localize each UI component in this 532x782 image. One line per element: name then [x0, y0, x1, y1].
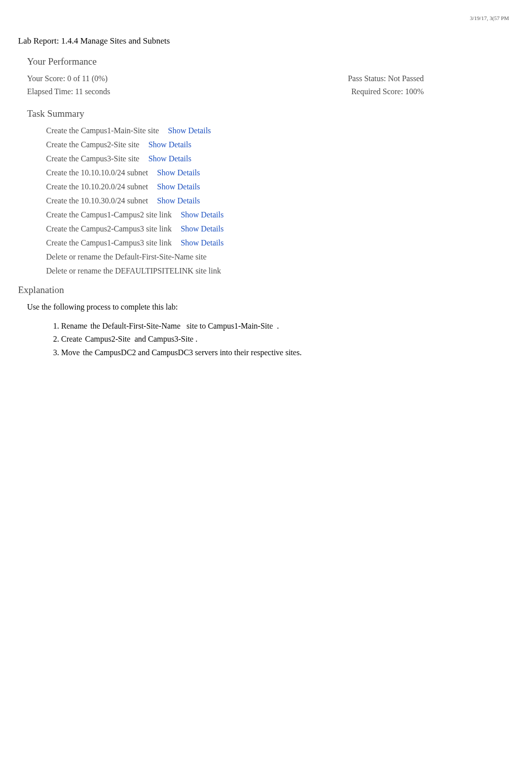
task-text: Create the 10.10.10.0/24 subnet: [46, 168, 148, 177]
performance-block: Your Score: 0 of 11 (0%) Pass Status: No…: [27, 74, 514, 96]
report-title: Lab Report: 1.4.4 Manage Sites and Subne…: [18, 36, 514, 46]
task-text: Delete or rename the DEFAULTIPSITELINK s…: [46, 267, 221, 276]
performance-heading: Your Performance: [27, 56, 514, 67]
task-text: Delete or rename the Default-First-Site-…: [46, 252, 206, 262]
explanation-steps: Rename the Default-First-Site-Name site …: [61, 321, 514, 358]
show-details-link[interactable]: Show Details: [168, 126, 211, 135]
task-text: Create the Campus2-Campus3 site link: [46, 224, 172, 233]
task-item: Create the 10.10.10.0/24 subnet Show Det…: [46, 168, 514, 177]
explanation-step: Rename the Default-First-Site-Name site …: [61, 321, 514, 332]
show-details-link[interactable]: Show Details: [181, 238, 224, 247]
elapsed-time: Elapsed Time: 11 seconds: [27, 87, 110, 96]
task-item: Create the Campus1-Campus3 site link Sho…: [46, 238, 514, 247]
show-details-link[interactable]: Show Details: [181, 210, 224, 219]
task-text: Create the Campus2-Site site: [46, 140, 139, 149]
task-item: Create the Campus2-Campus3 site link Sho…: [46, 224, 514, 233]
show-details-link[interactable]: Show Details: [157, 196, 200, 205]
task-summary-heading: Task Summary: [27, 108, 514, 119]
task-item: Create the 10.10.20.0/24 subnet Show Det…: [46, 182, 514, 191]
show-details-link[interactable]: Show Details: [181, 224, 224, 233]
task-item: Delete or rename the Default-First-Site-…: [46, 252, 514, 262]
step-action: Move: [61, 348, 82, 357]
step-body: Campus2-Site and Campus3-Site .: [85, 335, 197, 343]
show-details-link[interactable]: Show Details: [157, 182, 200, 191]
show-details-link[interactable]: Show Details: [148, 140, 191, 149]
show-details-link[interactable]: Show Details: [148, 154, 191, 163]
page-timestamp: 3/19/17, 3(57 PM: [18, 15, 514, 21]
explanation-intro: Use the following process to complete th…: [27, 303, 514, 312]
task-text: Create the Campus1-Campus3 site link: [46, 238, 172, 247]
task-text: Create the 10.10.20.0/24 subnet: [46, 182, 148, 191]
step-body: the Default-First-Site-Name site to Camp…: [90, 322, 279, 330]
explanation-heading: Explanation: [18, 285, 514, 296]
task-item: Create the Campus1-Campus2 site link Sho…: [46, 210, 514, 219]
task-text: Create the Campus1-Main-Site site: [46, 126, 159, 135]
task-item: Delete or rename the DEFAULTIPSITELINK s…: [46, 267, 514, 276]
task-text: Create the 10.10.30.0/24 subnet: [46, 196, 148, 205]
score-label: Your Score: 0 of 11 (0%): [27, 74, 108, 83]
step-action: Rename: [61, 322, 89, 330]
task-text: Create the Campus3-Site site: [46, 154, 139, 163]
task-item: Create the Campus3-Site site Show Detail…: [46, 154, 514, 163]
pass-status: Pass Status: Not Passed: [348, 74, 424, 83]
step-action: Create: [61, 335, 84, 343]
required-score: Required Score: 100%: [351, 87, 424, 96]
step-body: the CampusDC2 and CampusDC3 servers into…: [83, 348, 302, 357]
show-details-link[interactable]: Show Details: [157, 168, 200, 177]
task-item: Create the Campus1-Main-Site site Show D…: [46, 126, 514, 135]
task-text: Create the Campus1-Campus2 site link: [46, 210, 172, 219]
task-list: Create the Campus1-Main-Site site Show D…: [46, 126, 514, 276]
explanation-step: Move the CampusDC2 and CampusDC3 servers…: [61, 347, 514, 358]
explanation-step: Create Campus2-Site and Campus3-Site .: [61, 334, 514, 345]
task-item: Create the 10.10.30.0/24 subnet Show Det…: [46, 196, 514, 205]
task-item: Create the Campus2-Site site Show Detail…: [46, 140, 514, 149]
